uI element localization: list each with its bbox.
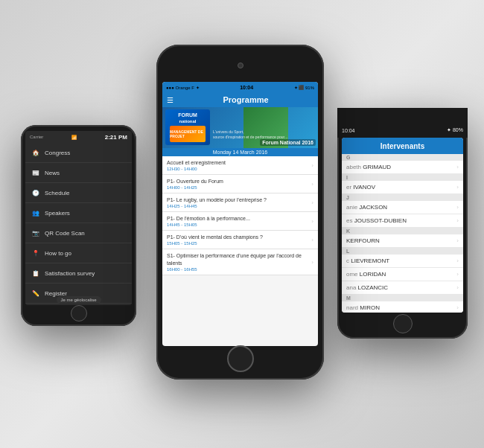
right-status-icons: ✦ 80% (447, 127, 463, 133)
event-name: P1- Le rugby, un modèle pour l'entrepris… (167, 196, 311, 203)
nav-item-news[interactable]: 📰 News (25, 163, 132, 183)
chevron-right-icon: › (456, 217, 459, 224)
first-name: nard (346, 304, 358, 311)
nav-item-label: News (45, 170, 60, 176)
section-letter: L (342, 248, 463, 255)
intervenant-item[interactable]: er IVANOV › (342, 181, 463, 194)
camera (238, 63, 243, 68)
nav-item-congress[interactable]: 🏠 Congress (25, 143, 132, 163)
home-button-left[interactable] (71, 305, 87, 321)
phone-right: 10:04 ✦ 80% Intervenants G abeth GRIMAUD… (337, 108, 468, 339)
event-time: 12H30 - 14H00 (167, 167, 311, 171)
event-info: P1- De l'émotion à la performance... 14H… (167, 215, 311, 227)
chevron-right-icon: › (311, 259, 313, 266)
event-item[interactable]: P1- D'où vient le mental des champions ?… (162, 231, 318, 249)
first-name: anie (346, 204, 357, 211)
day-header: Monday 14 March 2016 (162, 148, 318, 156)
event-item[interactable]: S1- Optimiser la performance d'une équip… (162, 249, 318, 275)
phone-middle: ●●● Orange F ✦ 10:04 ✦ ⬛ 91% ☰ Programme… (156, 45, 324, 380)
last-name: LORIDAN (360, 271, 386, 278)
nav-item-how-to-go[interactable]: 📍 How to go (25, 243, 132, 263)
event-time: 14H00 - 14H25 (167, 185, 311, 190)
last-name: JACKSON (359, 204, 387, 211)
geolocate-label[interactable]: Je me géolocalise (56, 296, 101, 304)
intervenants-list: G abeth GRIMAUD › I er IVANOV › J anie J… (342, 154, 463, 313)
chevron-right-icon: › (456, 284, 459, 291)
event-name: P1- De l'émotion à la performance... (167, 215, 311, 222)
nav-item-speakers[interactable]: 👥 Speakers (25, 203, 132, 223)
event-item[interactable]: P1- De l'émotion à la performance... 14H… (162, 212, 318, 231)
logo-text-line1: FORUM (178, 112, 197, 118)
section-letter: M (342, 295, 463, 301)
status-left: ●●● Orange F ✦ (166, 85, 200, 90)
event-name: P1- D'où vient le mental des champions ? (167, 234, 311, 240)
intervenant-item[interactable]: KERFOURN › (342, 234, 463, 248)
intervenant-name: KERFOURN (346, 237, 380, 244)
event-item[interactable]: P1- Le rugby, un modèle pour l'entrepris… (162, 193, 318, 212)
intervenant-name: er IVANOV (346, 184, 375, 191)
intervenant-item[interactable]: abeth GRIMAUD › (342, 161, 463, 174)
time-label: 2:21 PM (105, 134, 127, 141)
intervenant-name: anie JACKSON (346, 204, 387, 211)
intervenant-item[interactable]: nard MIRON › (342, 301, 463, 313)
status-bar-middle: ●●● Orange F ✦ 10:04 ✦ ⬛ 91% (162, 82, 318, 92)
nav-icon: 🏠 (31, 148, 40, 157)
phone-middle-screen: ●●● Orange F ✦ 10:04 ✦ ⬛ 91% ☰ Programme… (162, 82, 318, 346)
nav-item-label: Schedule (45, 190, 69, 196)
intervenants-header: Intervenants (342, 138, 463, 154)
chevron-right-icon: › (311, 162, 313, 169)
banner-event-title: Forum National 2016 (260, 139, 316, 146)
logo-text-line2: national (179, 119, 196, 124)
event-item[interactable]: P1- Ouverture du Forum 14H00 - 14H25 › (162, 175, 318, 193)
event-time: 14H25 - 14H45 (167, 204, 311, 208)
event-info: P1- D'où vient le mental des champions ?… (167, 234, 311, 246)
intervenant-item[interactable]: ana LOZANCIC › (342, 281, 463, 295)
chevron-right-icon: › (311, 199, 313, 206)
nav-item-label: QR Code Scan (45, 230, 85, 237)
home-button-middle[interactable] (227, 345, 254, 372)
intervenant-name: ana LOZANCIC (346, 284, 388, 291)
intervenant-item[interactable]: ome LORIDAN › (342, 268, 463, 281)
first-name: abeth (346, 164, 361, 170)
section-letter: I (342, 174, 463, 181)
section-letter: K (342, 228, 463, 234)
event-time: 15H05 - 15H25 (167, 241, 311, 246)
nav-menu: 🏠 Congress 📰 News 🕐 Schedule 👥 Speakers … (25, 143, 132, 305)
chevron-right-icon: › (456, 257, 459, 264)
last-name: KERFOURN (346, 237, 380, 244)
intervenant-item[interactable]: c LIEVREMONT › (342, 255, 463, 268)
chevron-right-icon: › (311, 181, 313, 188)
nav-item-qr-code-scan[interactable]: 📷 QR Code Scan (25, 223, 132, 243)
home-button-right[interactable] (393, 314, 413, 333)
intervenant-name: c LIEVREMONT (346, 257, 389, 264)
chevron-right-icon: › (456, 184, 459, 191)
last-name: LIEVREMONT (351, 257, 389, 264)
programme-banner: FORUM national MANAGEMENT DE PROJET L'un… (162, 107, 318, 148)
first-name: ome (346, 271, 358, 278)
intervenant-name: es JOUSSOT-DUBIEN (346, 217, 407, 224)
event-info: Accueil et enregistrement 12H30 - 14H00 (167, 159, 311, 171)
banner-subtitle: L'univers du Sport, source d'inspiration… (213, 129, 287, 139)
chevron-right-icon: › (456, 237, 459, 244)
event-info: S1- Optimiser la performance d'une équip… (167, 252, 311, 271)
nav-icon: 📰 (31, 168, 40, 177)
phone-left: Carrier 📶 2:21 PM 🏠 Congress 📰 News 🕐 Sc… (21, 125, 136, 326)
nav-icon: 📷 (31, 228, 40, 237)
nav-item-schedule[interactable]: 🕐 Schedule (25, 183, 132, 203)
nav-icon: 👥 (31, 208, 40, 217)
programme-header: ☰ Programme (162, 92, 318, 107)
hamburger-icon[interactable]: ☰ (167, 96, 173, 104)
nav-icon: 🕐 (31, 188, 40, 197)
first-name: ana (346, 284, 356, 291)
programme-title: Programme (178, 95, 313, 104)
phone-right-screen: Intervenants G abeth GRIMAUD › I er IVAN… (342, 138, 463, 313)
intervenant-item[interactable]: es JOUSSOT-DUBIEN › (342, 214, 463, 228)
event-item[interactable]: Accueil et enregistrement 12H30 - 14H00 … (162, 156, 318, 175)
phone-left-screen: Carrier 📶 2:21 PM 🏠 Congress 📰 News 🕐 Sc… (25, 131, 132, 305)
nav-item-satisfaction-survey[interactable]: 📋 Satisfaction survey (25, 263, 132, 284)
status-time: 10:04 (240, 85, 253, 90)
intervenant-item[interactable]: anie JACKSON › (342, 201, 463, 214)
event-time: 14H45 - 15H05 (167, 223, 311, 227)
intervenant-name: nard MIRON (346, 304, 380, 311)
chevron-right-icon: › (311, 237, 313, 243)
